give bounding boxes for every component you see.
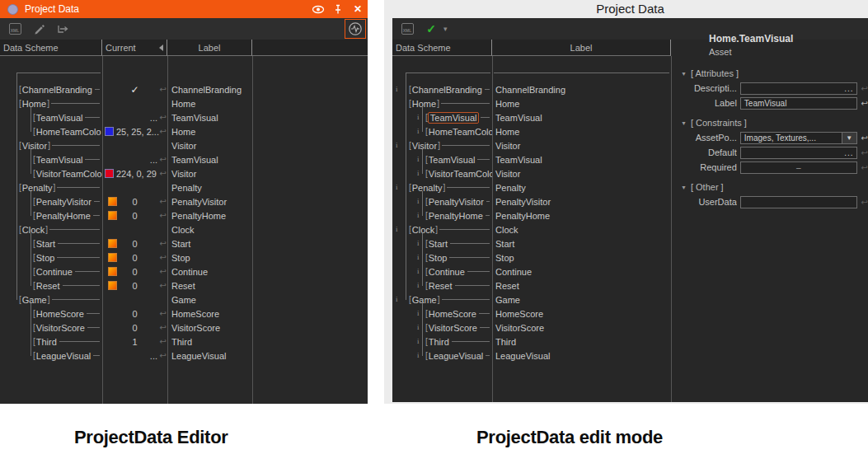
tree-row[interactable]: [Third1↩Third xyxy=(0,335,368,349)
field-input[interactable]: ... xyxy=(740,82,857,95)
label-cell[interactable]: TeamVisual xyxy=(167,113,252,123)
tree-cell[interactable]: i[Game] xyxy=(392,293,492,307)
tree-row[interactable]: [Start0↩Start xyxy=(0,236,368,250)
tree-row[interactable]: [ChannelBranding✓↩ChannelBranding xyxy=(0,82,368,96)
export-icon[interactable] xyxy=(54,21,72,36)
eye-icon[interactable] xyxy=(308,0,328,18)
undo-icon[interactable]: ↩ xyxy=(160,352,167,360)
current-value-cell[interactable]: 0↩ xyxy=(102,250,167,264)
field-input[interactable]: Images, Textures,...▼ xyxy=(740,132,857,144)
tree-row[interactable]: [Game]Game xyxy=(0,293,368,307)
ellipsis-button[interactable]: ... xyxy=(844,148,853,157)
undo-icon[interactable]: ↩ xyxy=(160,170,167,178)
current-value-cell[interactable]: 0↩ xyxy=(102,321,167,335)
undo-icon[interactable]: ↩ xyxy=(160,156,167,164)
label-cell[interactable]: Home xyxy=(492,99,669,109)
tree-cell[interactable]: [PenaltyHome xyxy=(0,208,102,222)
tree-cell[interactable]: [LeagueVisual xyxy=(0,349,102,363)
current-value-cell[interactable]: ...↩ xyxy=(102,152,167,166)
ellipsis-button[interactable]: ... xyxy=(150,351,157,361)
current-value-cell[interactable] xyxy=(102,293,167,307)
undo-icon[interactable]: ↩ xyxy=(861,99,868,108)
label-cell[interactable]: Visitor xyxy=(167,141,252,151)
tree-cell[interactable]: i[Continue xyxy=(392,264,492,278)
undo-icon[interactable]: ↩ xyxy=(861,163,868,172)
section-collapse-icon[interactable]: ▼ xyxy=(681,120,687,126)
tree-cell[interactable]: i[Penalty] xyxy=(392,180,492,194)
pulse-swatch[interactable] xyxy=(108,197,117,206)
tree-cell[interactable]: [Stop xyxy=(0,250,102,264)
tree-cell[interactable]: [Continue xyxy=(0,264,102,278)
current-value-cell[interactable]: 224, 0, 29↩ xyxy=(102,166,167,180)
tree-cell[interactable]: [HomeScore xyxy=(0,307,102,321)
current-value-cell[interactable]: 0↩ xyxy=(102,264,167,278)
label-cell[interactable]: TeamVisual xyxy=(492,113,669,123)
section-collapse-icon[interactable]: ▼ xyxy=(681,71,687,77)
undo-icon[interactable]: ↩ xyxy=(160,86,167,94)
column-header-label[interactable]: Label xyxy=(492,40,671,56)
undo-icon[interactable]: ↩ xyxy=(160,282,167,290)
current-value-cell[interactable]: ...↩ xyxy=(102,349,167,363)
tree-row[interactable]: [PenaltyHome0↩PenaltyHome xyxy=(0,208,368,222)
tree-cell[interactable]: i[Third xyxy=(392,335,492,349)
label-cell[interactable]: Clock xyxy=(167,225,252,235)
label-cell[interactable]: Visitor xyxy=(492,169,669,179)
label-cell[interactable]: LeagueVisual xyxy=(492,351,669,361)
tree-cell[interactable]: i[LeagueVisual xyxy=(392,349,492,363)
label-cell[interactable]: Home xyxy=(492,127,669,137)
undo-icon[interactable]: ↩ xyxy=(160,128,167,136)
label-cell[interactable]: Penalty xyxy=(492,183,669,193)
column-header-label[interactable]: Label xyxy=(167,40,252,56)
section-collapse-icon[interactable]: ▼ xyxy=(681,185,687,190)
tree-cell[interactable]: i[Clock] xyxy=(392,222,492,236)
undo-icon[interactable]: ↩ xyxy=(160,212,167,220)
undo-icon[interactable]: ↩ xyxy=(861,198,868,207)
live-update-toggle[interactable] xyxy=(345,19,366,39)
tree-cell[interactable]: [Home] xyxy=(392,96,492,110)
undo-icon[interactable]: ↩ xyxy=(160,268,167,276)
tree-row[interactable]: [Reset0↩Reset xyxy=(0,278,368,293)
current-value-cell[interactable]: 0↩ xyxy=(102,236,167,250)
label-cell[interactable]: TeamVisual xyxy=(167,155,252,165)
tree-cell[interactable]: [VisitorScore xyxy=(0,321,102,335)
field-input[interactable] xyxy=(740,196,857,208)
column-header-data-scheme[interactable]: Data Scheme xyxy=(0,40,102,56)
section-header[interactable]: ▼[ Attributes ] xyxy=(681,68,868,78)
tree-cell[interactable]: i[Visitor] xyxy=(392,138,492,152)
field-input[interactable]: – xyxy=(740,161,857,174)
tree-row[interactable]: [Clock]Clock xyxy=(0,222,368,236)
label-cell[interactable]: PenaltyHome xyxy=(492,211,669,221)
tree-cell[interactable]: [Start xyxy=(0,236,102,250)
tree-row[interactable]: [Home]Home xyxy=(0,96,368,110)
tree-row[interactable]: [Penalty]Penalty xyxy=(0,180,368,194)
column-header-data-scheme[interactable]: Data Scheme xyxy=(392,40,492,56)
tree-cell[interactable]: i[Start xyxy=(392,236,492,250)
pulse-swatch[interactable] xyxy=(108,281,117,290)
tree-row[interactable]: [VisitorTeamColo224, 0, 29↩Visitor xyxy=(0,166,368,180)
label-cell[interactable]: Penalty xyxy=(167,183,252,193)
label-cell[interactable]: Game xyxy=(167,295,252,305)
tree-row[interactable]: [LeagueVisual...↩LeagueVisual xyxy=(0,349,368,363)
chevron-down-icon[interactable]: ▾ xyxy=(443,25,448,33)
tree-row[interactable]: [Visitor]Visitor xyxy=(0,138,368,152)
label-cell[interactable]: Third xyxy=(492,337,669,347)
tree-cell[interactable]: i[Stop xyxy=(392,250,492,264)
label-cell[interactable]: Home xyxy=(167,99,252,109)
color-swatch[interactable] xyxy=(105,169,114,178)
current-value-cell[interactable]: 25, 25, 2...↩ xyxy=(102,124,167,138)
label-cell[interactable]: Start xyxy=(492,239,669,249)
tree-cell[interactable]: [Clock] xyxy=(0,222,102,236)
undo-icon[interactable]: ↩ xyxy=(160,338,167,346)
tree-row[interactable]: [HomeScore0↩HomeScore xyxy=(0,307,368,321)
label-cell[interactable]: ChannelBranding xyxy=(167,85,252,95)
label-cell[interactable]: HomeScore xyxy=(167,309,252,319)
xml-import-icon[interactable]: XML xyxy=(6,21,24,36)
tree-cell[interactable]: [TeamVisual xyxy=(0,110,102,124)
label-cell[interactable]: Start xyxy=(167,239,252,249)
label-cell[interactable]: VisitorScore xyxy=(167,323,252,333)
current-value-cell[interactable]: 0↩ xyxy=(102,307,167,321)
label-cell[interactable]: VisitorScore xyxy=(492,323,669,333)
label-cell[interactable]: Stop xyxy=(167,253,252,263)
dropdown-button[interactable]: ▼ xyxy=(842,133,856,143)
pulse-swatch[interactable] xyxy=(108,211,117,220)
